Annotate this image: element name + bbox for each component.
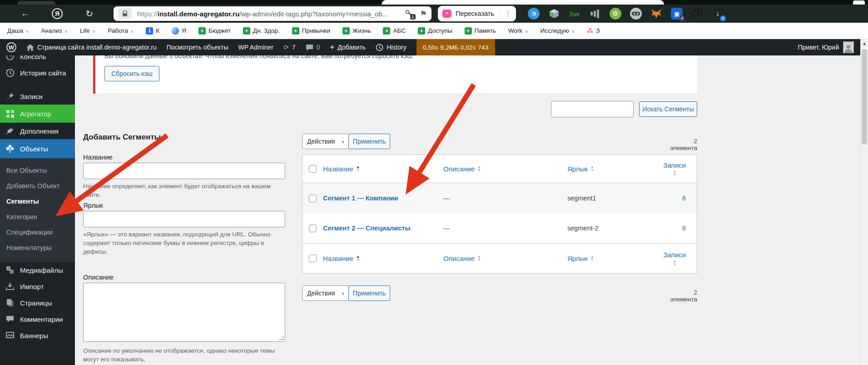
avatar[interactable] bbox=[843, 41, 854, 53]
adminbar-new[interactable]: +Добавить bbox=[330, 43, 366, 52]
submenu-add-object[interactable]: Добавить Объект bbox=[0, 178, 75, 194]
adminbar-view-objects[interactable]: Посмотреть объекты bbox=[167, 44, 228, 51]
adminbar-site-link[interactable]: Страница сайта install.demo-agregator.ru bbox=[26, 44, 157, 51]
reset-cache-button[interactable]: Сбросить кэш bbox=[104, 66, 159, 81]
sidebar-item-posts[interactable]: Записи bbox=[0, 88, 75, 105]
sidebar-item-banners[interactable]: Баннеры bbox=[0, 327, 75, 344]
bookmark-dostupy[interactable]: +Доступы bbox=[418, 27, 452, 35]
bookmark-folder-dasha[interactable]: Даша∨ bbox=[7, 27, 29, 34]
bookmark-folder-analiz[interactable]: Анализ∨ bbox=[41, 27, 68, 34]
bookmark-yandex[interactable]: Я bbox=[172, 27, 186, 35]
bookmark-folder-work[interactable]: Work∨ bbox=[508, 27, 528, 34]
submenu-segments[interactable]: Сегменты bbox=[0, 194, 75, 209]
sidebar-item-label: Медиафайлы bbox=[20, 266, 63, 274]
apply-button-top[interactable]: Применить bbox=[348, 134, 390, 149]
sort-desc-icon: ▼ bbox=[590, 169, 594, 172]
column-name-sort[interactable]: Название▲▼ bbox=[323, 165, 360, 173]
pill-menu-icon[interactable]: ⋮ bbox=[505, 10, 511, 18]
bookmark-abs[interactable]: +АБС bbox=[383, 27, 405, 35]
extension-downloads-icon[interactable]: ↓4 bbox=[712, 8, 724, 20]
description-textarea[interactable] bbox=[83, 283, 285, 342]
bookmark-pamyat[interactable]: +Память bbox=[465, 27, 496, 35]
sidebar-item-objects[interactable]: Объекты bbox=[0, 139, 75, 158]
resize-grabber-icon[interactable] bbox=[279, 335, 283, 340]
extension-shield-icon[interactable]: ▣4 bbox=[671, 8, 683, 20]
search-segments-button[interactable]: Искать Сегменты bbox=[639, 101, 697, 117]
bookmark-privychki[interactable]: +Привычки bbox=[292, 27, 330, 35]
bookmark-flag-icon[interactable]: ⚑ bbox=[420, 9, 427, 19]
slug-input[interactable] bbox=[83, 211, 285, 227]
summarize-button[interactable]: ❝ Пересказать ⋮ bbox=[438, 6, 516, 21]
browser-tab-active[interactable] bbox=[382, 0, 664, 5]
row-posts-count[interactable]: 6 bbox=[657, 225, 692, 232]
scrollbar[interactable]: ▲ bbox=[860, 39, 868, 365]
bookmark-calendar[interactable]: 1К bbox=[146, 27, 159, 35]
sidebar-item-import[interactable]: Импорт bbox=[0, 278, 75, 295]
scrollbar-thumb[interactable] bbox=[862, 49, 867, 145]
column-posts-sort[interactable]: Записи▲▼ bbox=[663, 161, 686, 176]
column-slug-sort[interactable]: Ярлык▲▼ bbox=[567, 255, 594, 262]
reload-icon[interactable]: ↻ bbox=[84, 8, 95, 19]
sidebar-item-console[interactable]: Консоль bbox=[0, 55, 75, 65]
query-monitor-badge[interactable]: 0,50с 9,2МБ 0,02с 743 bbox=[417, 39, 495, 55]
extension-bw-icon[interactable]: bw bbox=[569, 8, 580, 20]
extension-stats-icon[interactable] bbox=[589, 8, 601, 20]
adminbar-wp-adminer[interactable]: WP Adminer bbox=[238, 44, 273, 51]
extension-metamask-icon[interactable] bbox=[650, 8, 662, 20]
sidebar-item-comments[interactable]: Комментарии bbox=[0, 311, 75, 327]
yandex-icon[interactable]: Я bbox=[52, 8, 63, 19]
extension-b-icon[interactable]: :b bbox=[528, 8, 540, 20]
column-slug-sort[interactable]: Ярлык▲▼ bbox=[567, 165, 594, 173]
bookmark-zhizn[interactable]: +Жизнь bbox=[342, 27, 371, 35]
sidebar-item-aggregator[interactable]: Агрегатор bbox=[0, 105, 75, 123]
bookmark-dn-zdor[interactable]: +Дн. Здор. bbox=[243, 27, 280, 35]
submenu-all-objects[interactable]: Все Объекты bbox=[0, 163, 75, 178]
password-key-icon[interactable]: 1 bbox=[405, 9, 414, 18]
column-description-sort[interactable]: Описание▲▼ bbox=[443, 165, 481, 173]
column-posts-sort[interactable]: Записи▲▼ bbox=[663, 251, 686, 266]
row-checkbox[interactable] bbox=[309, 195, 317, 202]
apply-button-bottom[interactable]: Применить bbox=[348, 285, 390, 301]
adminbar-greeting[interactable]: Привет, Юрий bbox=[798, 44, 839, 51]
row-checkbox[interactable] bbox=[309, 225, 317, 232]
scrollbar-up-arrow[interactable]: ▲ bbox=[861, 41, 868, 46]
browser-topright-chip[interactable] bbox=[853, 0, 865, 5]
submenu-categories[interactable]: Категории bbox=[0, 209, 75, 225]
bookmark-folder-rabota[interactable]: Работа∨ bbox=[108, 27, 134, 34]
adminbar-history[interactable]: History bbox=[376, 44, 407, 51]
bulk-actions-select-bottom[interactable]: Действия∨ bbox=[302, 285, 350, 301]
bulk-actions-select-top[interactable]: Действия∨ bbox=[302, 134, 350, 149]
bookmark-folder-issleduyu[interactable]: Исследую∨ bbox=[540, 27, 575, 34]
select-all-checkbox[interactable] bbox=[309, 165, 317, 173]
select-all-checkbox[interactable] bbox=[309, 255, 317, 262]
row-posts-count[interactable]: 6 bbox=[657, 195, 692, 202]
wp-logo[interactable]: W bbox=[6, 42, 16, 52]
chevron-down-icon: ∨ bbox=[341, 291, 344, 296]
sidebar-item-media[interactable]: Медиафайлы bbox=[0, 262, 75, 278]
extension-cube-icon[interactable] bbox=[548, 8, 560, 20]
bookmark-budget[interactable]: +Бюджет bbox=[198, 27, 231, 35]
address-bar[interactable]: https://install.demo-agregator.ru/wp-adm… bbox=[114, 6, 432, 21]
adminbar-updates[interactable]: ⟳7 bbox=[283, 44, 296, 51]
submenu-specifications[interactable]: Спецификации bbox=[0, 225, 75, 240]
back-icon[interactable]: ← bbox=[19, 9, 31, 19]
extension-settings-icon[interactable]: ⚙ bbox=[610, 8, 621, 20]
extension-ninja-icon[interactable] bbox=[630, 8, 642, 20]
search-segments-input[interactable] bbox=[551, 101, 634, 117]
name-input[interactable] bbox=[83, 163, 285, 179]
adminbar-comments[interactable]: 0 bbox=[306, 44, 320, 51]
sidebar-item-pages[interactable]: Страницы bbox=[0, 295, 75, 311]
row-description: — bbox=[443, 195, 567, 202]
bookmark-folder-life[interactable]: Life∨ bbox=[80, 27, 95, 34]
tab-strip bbox=[0, 0, 868, 5]
bookmark-z[interactable]: ⁂З bbox=[587, 27, 600, 35]
column-description-sort[interactable]: Описание▲▼ bbox=[443, 255, 481, 262]
extension-tabs-icon[interactable] bbox=[691, 8, 703, 20]
segment-link[interactable]: Сегмент 1 — Компании bbox=[323, 195, 398, 202]
column-name-sort[interactable]: Название▲▼ bbox=[323, 255, 360, 262]
lock-icon[interactable] bbox=[118, 8, 132, 19]
submenu-nomenclatures[interactable]: Номенклатуры bbox=[0, 240, 75, 255]
sidebar-item-site-history[interactable]: История сайта bbox=[0, 65, 75, 81]
sidebar-item-addons[interactable]: Дополнения bbox=[0, 123, 75, 139]
segment-link[interactable]: Сегмент 2 — Специалисты bbox=[323, 225, 411, 232]
